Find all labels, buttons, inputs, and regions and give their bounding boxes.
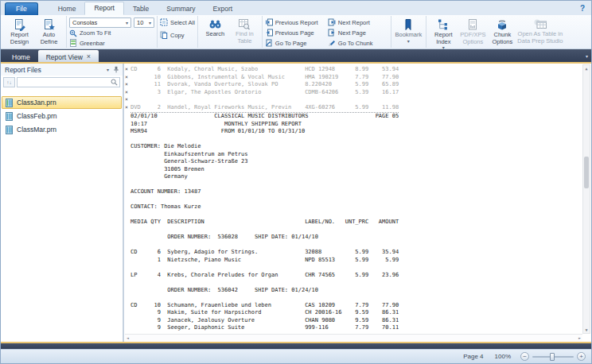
report-design-icon [14,18,26,32]
chevron-down-icon: ▾ [123,20,128,25]
ribbon: Report Design Auto Define Consolas ▾ 10 … [1,15,591,49]
greenbar-icon [69,39,77,47]
font-name-combo[interactable]: Consolas ▾ [69,17,131,28]
report-files-title: Report Files [5,66,41,74]
report-file-icon [6,126,13,134]
bookmark-label: Bookmark [395,32,422,39]
open-as-table-button[interactable]: Open As Table in Data Prep Studio [517,17,563,48]
select-all-label: Select All [170,19,195,26]
status-bar: Page 4 100% − + [1,349,591,363]
previous-page-button[interactable]: Previous Page [265,28,328,37]
list-item-classjan[interactable]: ClassJan.prn [2,96,122,109]
sort-button[interactable]: ↑↓ [3,77,15,87]
ribbon-group-search: Search Find in Table [198,16,263,48]
doc-tab-report-view-label: Report View [46,53,83,61]
panel-chevron-icon[interactable]: ▾ [107,67,109,72]
zoom-slider-thumb[interactable] [550,353,555,361]
report-index-label: Report Index [429,32,458,45]
chevron-down-icon: ▾ [407,39,410,45]
previous-report-button[interactable]: Previous Report [265,17,328,27]
close-icon[interactable]: × [87,53,91,60]
go-to-page-icon [265,39,273,47]
app-window: File Home Report Table Summary Export ? … [0,0,592,364]
find-in-table-icon [238,18,251,31]
font-name-value: Consolas [72,19,97,26]
search-label: Search [205,31,224,38]
zoom-to-fit-icon [69,29,77,37]
copy-button[interactable]: Copy [160,30,195,40]
greenbar-button[interactable]: Greenbar [69,38,154,48]
go-to-page-label: Go To Page [275,40,306,47]
scroll-up-icon[interactable]: ▲ [583,66,590,71]
vertical-scroll-thumb[interactable] [584,157,589,188]
vertical-scrollbar[interactable]: ▲ ▼ [582,64,590,334]
tab-file[interactable]: File [5,2,38,15]
zoom-to-fit-button[interactable]: Zoom To Fit [69,29,154,38]
font-size-combo[interactable]: 10 ▾ [134,17,154,28]
list-item-classmar[interactable]: ClassMar.prn [2,123,122,136]
open-as-table-label: Open As Table in Data Prep Studio [517,31,563,45]
chunk-options-label: Chunk Options [488,32,517,45]
report-design-label: Report Design [5,32,34,45]
tab-summary[interactable]: Summary [158,3,204,15]
ribbon-group-navigation: Previous Report Previous Page Go To Page… [263,16,391,48]
next-page-button[interactable]: Next Page [328,28,388,37]
auto-define-button[interactable]: Auto Define [34,17,64,48]
list-item-classfeb[interactable]: ClassFeb.prn [2,110,122,122]
ribbon-group-options: Report Index ▾ PDF/XPS Options Chunk Opt… [426,16,566,48]
select-all-button[interactable]: Select All [160,17,195,27]
go-to-chunk-button[interactable]: Go To Chunk [328,38,388,48]
report-files-header: Report Files ▾ [1,64,123,76]
find-in-table-button[interactable]: Find in Table [230,17,259,48]
page-indicator: Page 4 [463,353,483,360]
find-in-table-label: Find in Table [230,31,259,45]
ribbon-group-view: Consolas ▾ 10 ▾ Zoom To Fit Greenbar [67,16,158,48]
ribbon-group-bookmark: Bookmark ▾ [391,16,426,48]
page-break-markers: × × × × × × [125,66,128,111]
tab-export[interactable]: Export [204,3,242,15]
pdf-xps-options-icon [466,18,479,32]
report-design-button[interactable]: Report Design [5,17,34,48]
auto-define-label: Auto Define [34,32,64,45]
zoom-to-fit-label: Zoom To Fit [80,29,111,37]
scroll-left-icon[interactable]: ◄ [127,335,129,340]
search-magnifier-icon [111,79,118,86]
scroll-down-icon[interactable]: ▼ [583,327,590,332]
chunk-options-button[interactable]: Chunk Options [488,17,517,48]
zoom-out-button[interactable]: − [520,352,529,361]
scroll-right-icon[interactable]: ► [578,335,581,340]
go-to-chunk-label: Go To Chunk [338,40,373,47]
tab-table[interactable]: Table [124,3,158,15]
tab-report[interactable]: Report [84,2,124,15]
pin-icon[interactable] [113,66,119,73]
zoom-control: − + [520,352,586,361]
search-button[interactable]: Search [201,17,230,48]
report-content[interactable]: × × × × × × CD 6 Kodaly, Choral Music, S… [125,66,582,334]
report-index-icon [437,18,450,32]
document-tab-bar: Home Report View × ▾ [1,49,591,62]
zoom-in-button[interactable]: + [577,352,586,361]
ribbon-group-design: Report Design Auto Define [2,16,67,48]
previous-page-text: CD 6 Kodaly, Choral Music, Szabo HCD 129… [130,66,399,113]
previous-page-label: Previous Page [275,29,314,37]
chevron-down-icon: ▾ [146,20,151,25]
report-index-button[interactable]: Report Index ▾ [429,17,458,48]
tab-home[interactable]: Home [49,3,85,15]
horizontal-scrollbar[interactable]: ◄ ► [125,334,582,341]
next-report-button[interactable]: Next Report [328,17,388,27]
go-to-page-button[interactable]: Go To Page [265,38,328,48]
pdf-xps-options-button[interactable]: PDF/XPS Options [458,17,488,48]
next-page-label: Next Page [338,29,366,37]
bookmark-button[interactable]: Bookmark ▾ [394,17,423,48]
doc-tab-report-view[interactable]: Report View × [38,50,99,62]
go-to-chunk-icon [328,39,336,47]
previous-report-icon [265,18,273,26]
tab-overflow-icon[interactable]: ▾ [586,53,588,59]
report-files-panel: Report Files ▾ ↑↓ ClassJan.prn [1,64,124,342]
next-report-label: Next Report [338,19,370,26]
report-file-icon [6,112,13,121]
zoom-slider-track[interactable] [532,356,574,358]
doc-tab-home[interactable]: Home [4,50,38,62]
help-icon[interactable]: ? [580,4,585,13]
file-search-input[interactable] [19,79,111,86]
